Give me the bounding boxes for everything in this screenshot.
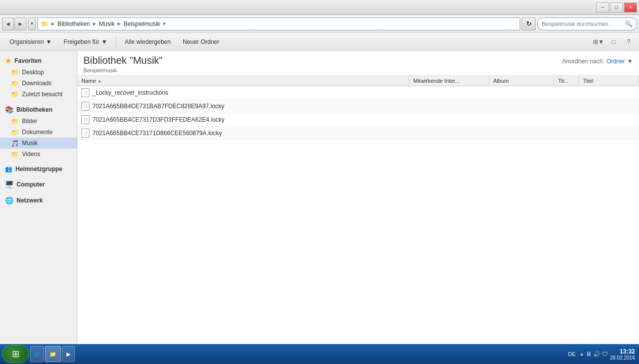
minimize-button[interactable]: ─ — [596, 2, 609, 12]
refresh-button[interactable]: ↻ — [522, 17, 536, 30]
network-header[interactable]: 🌐 Netzwerk — [0, 194, 77, 206]
media-icon: ▶ — [66, 351, 70, 358]
taskbar-clock[interactable]: 13:32 26.02.2016 — [610, 348, 635, 361]
musik-icon: 🎵 — [11, 139, 19, 147]
file-name-cell: 📄 7021A665BB4CE731BAB7FDEC828E9A97.locky — [77, 101, 409, 112]
start-icon: ⊞ — [12, 349, 19, 360]
column-album[interactable]: Album — [489, 76, 554, 86]
file-contrib-cell — [409, 105, 489, 107]
search-input[interactable] — [542, 21, 623, 27]
file-icon: 📄 — [81, 129, 89, 138]
column-name[interactable]: Name ▲ — [77, 76, 409, 86]
libraries-icon: 📚 — [5, 106, 13, 114]
organize-label: Organisieren — [9, 38, 44, 45]
explorer-icon: 📁 — [49, 351, 56, 358]
sidebar-item-recent[interactable]: 📁 Zuletzt besucht — [0, 89, 77, 100]
taskbar-explorer-button[interactable]: 📁 — [45, 346, 61, 362]
videos-label: Videos — [22, 151, 40, 158]
favorites-header[interactable]: ★ Favoriten — [0, 55, 77, 67]
security-tray-icon: 🛡 — [602, 351, 608, 358]
desktop-folder-icon: 📁 — [11, 68, 19, 76]
sidebar-item-desktop[interactable]: 📁 Desktop — [0, 67, 77, 78]
file-contrib-cell — [409, 119, 489, 121]
taskbar-media-button[interactable]: ▶ — [62, 346, 75, 362]
sidebar-item-musik[interactable]: 🎵 Musik — [0, 138, 77, 149]
library-info: Bibliothek "Musik" Beispielmusik — [83, 55, 163, 73]
view-options-button[interactable]: ⊞▼ — [592, 35, 605, 48]
show-hidden-icon[interactable]: ▲ — [580, 352, 584, 357]
help-button[interactable]: ? — [622, 35, 635, 48]
taskbar-lang: DE — [568, 351, 576, 357]
forward-button[interactable]: ► — [14, 17, 26, 30]
homegroup-section: 👥 Heimnetzgruppe — [0, 164, 77, 175]
network-tray-icon: 🖥 — [586, 351, 592, 358]
search-box[interactable]: 🔍 — [537, 17, 637, 30]
column-title[interactable]: Titel — [579, 76, 639, 86]
recent-locations-button[interactable]: ▼ — [28, 17, 36, 30]
homegroup-header[interactable]: 👥 Heimnetzgruppe — [0, 164, 77, 175]
back-button[interactable]: ◄ — [2, 17, 14, 30]
computer-header[interactable]: 🖥️ Computer — [0, 179, 77, 190]
homegroup-label: Heimnetzgruppe — [15, 166, 62, 173]
file-track-cell — [554, 119, 579, 121]
desktop-label: Desktop — [22, 69, 44, 76]
table-row[interactable]: 📄 _Locky_recover_instructions — [77, 86, 639, 100]
downloads-folder-icon: 📁 — [11, 79, 19, 87]
libraries-label: Bibliotheken — [16, 106, 52, 113]
title-bar: ─ □ ✕ — [0, 0, 639, 15]
ie-icon: e — [34, 349, 39, 360]
dokumente-icon: 📁 — [11, 128, 19, 136]
table-row[interactable]: 📄 7021A665BB4CE7317D3FD3FFEDEA62E4.locky — [77, 113, 639, 127]
toolbar: Organisieren ▼ Freigeben für ▼ Alle wied… — [0, 33, 639, 51]
path-part-1: Bibliotheken — [57, 20, 90, 27]
sidebar-item-bilder[interactable]: 📁 Bilder — [0, 116, 77, 127]
arrange-by: Anordnen nach: Ordner ▼ — [562, 58, 633, 65]
toolbar-right: ⊞▼ □ ? — [592, 35, 635, 48]
table-row[interactable]: 📄 7021A665BB4CE73171D866CEE560879A.locky — [77, 127, 639, 140]
preview-pane-button[interactable]: □ — [607, 35, 620, 48]
taskbar-right: DE ▲ 🖥 🔊 🛡 13:32 26.02.2016 — [568, 348, 637, 361]
file-track-cell — [554, 92, 579, 94]
file-icon: 📄 — [81, 88, 89, 97]
sidebar-item-downloads[interactable]: 📁 Downloads — [0, 78, 77, 89]
column-track[interactable]: Tit... — [554, 76, 579, 86]
sidebar-item-videos[interactable]: 📁 Videos — [0, 149, 77, 160]
address-input[interactable]: 📁 ► Bibliotheken ► Musik ► Beispielmusik… — [37, 17, 520, 30]
close-button[interactable]: ✕ — [624, 2, 637, 12]
musik-label: Musik — [22, 140, 37, 147]
sort-arrow: ▲ — [97, 79, 101, 83]
file-icon: 📄 — [81, 115, 89, 124]
file-album-cell — [489, 92, 554, 94]
file-name-cell: 📄 7021A665BB4CE73171D866CEE560879A.locky — [77, 128, 409, 139]
maximize-button[interactable]: □ — [610, 2, 623, 12]
share-label: Freigeben für — [64, 38, 99, 45]
main-layout: ★ Favoriten 📁 Desktop 📁 Downloads 📁 Zul — [0, 51, 639, 348]
start-button[interactable]: ⊞ — [2, 345, 29, 363]
organize-button[interactable]: Organisieren ▼ — [4, 35, 57, 49]
file-track-cell — [554, 132, 579, 134]
library-subtitle: Beispielmusik — [83, 67, 163, 73]
downloads-label: Downloads — [22, 80, 51, 87]
file-title-cell — [579, 132, 639, 134]
favorites-label: Favoriten — [14, 57, 41, 64]
content-header: Bibliothek "Musik" Beispielmusik Anordne… — [77, 51, 639, 76]
table-row[interactable]: 📄 7021A665BB4CE731BAB7FDEC828E9A97.locky — [77, 100, 639, 113]
arrange-value[interactable]: Ordner — [607, 58, 625, 65]
taskbar-ie-button[interactable]: e — [30, 346, 44, 362]
file-list-header: Name ▲ Mitwirkende Inter... Album Tit...… — [77, 76, 639, 86]
file-album-cell — [489, 132, 554, 134]
new-folder-button[interactable]: Neuer Ordner — [177, 35, 225, 49]
sidebar-item-dokumente[interactable]: 📁 Dokumente — [0, 127, 77, 138]
play-all-button[interactable]: Alle wiedergeben — [119, 35, 176, 49]
library-title: Bibliothek "Musik" — [83, 55, 163, 66]
organize-dropdown-icon: ▼ — [46, 38, 52, 45]
content-area: Bibliothek "Musik" Beispielmusik Anordne… — [77, 51, 639, 348]
computer-icon: 🖥️ — [5, 181, 13, 188]
share-button[interactable]: Freigeben für ▼ — [58, 35, 113, 49]
column-contrib[interactable]: Mitwirkende Inter... — [409, 76, 489, 86]
taskbar: ⊞ e 📁 ▶ DE ▲ 🖥 🔊 🛡 13:32 26.02.2016 — [0, 344, 639, 364]
computer-section: 🖥️ Computer — [0, 179, 77, 190]
network-section: 🌐 Netzwerk — [0, 194, 77, 206]
bilder-label: Bilder — [22, 118, 37, 125]
libraries-header[interactable]: 📚 Bibliotheken — [0, 104, 77, 116]
